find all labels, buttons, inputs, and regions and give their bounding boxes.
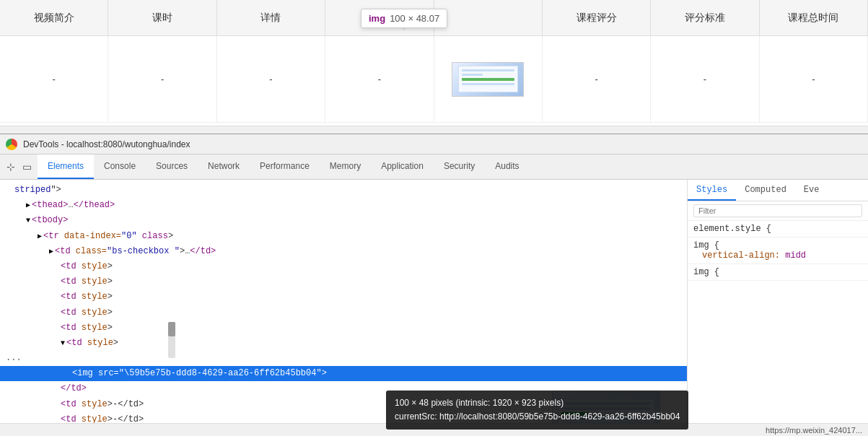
table-header: 视频简介 课时 详情 大纲 img 100 × 48.07 课程评分 评分标准 … bbox=[0, 0, 868, 36]
td6-end: > bbox=[113, 338, 118, 348]
cell-videointro: - bbox=[0, 36, 108, 122]
arrow-thead[interactable]: ▶ bbox=[26, 200, 30, 212]
devtools-titlebar: DevTools - localhost:8080/wutonghua/inde… bbox=[0, 134, 868, 154]
attr-td4-style: style bbox=[82, 308, 108, 318]
dom-line-img[interactable]: <img src="\59b5e75b-ddd8-4629-aa26-6ff62… bbox=[0, 366, 687, 381]
tab-styles[interactable]: Styles bbox=[688, 180, 736, 201]
tab-audits[interactable]: Audits bbox=[485, 154, 529, 179]
cell-lessons: - bbox=[108, 36, 216, 122]
tr-bracket: > bbox=[168, 231, 173, 241]
website-area: 视频简介 课时 详情 大纲 img 100 × 48.07 课程评分 评分标准 … bbox=[0, 0, 868, 126]
thumbnail-inner bbox=[458, 66, 518, 92]
tab-security[interactable]: Security bbox=[434, 154, 485, 179]
tab-icons-area: ⊹ ▭ bbox=[0, 154, 38, 179]
attr-data-index: data-index= bbox=[64, 231, 121, 241]
style-selector-img1: img { bbox=[693, 240, 862, 250]
dom-attr-striped: striped bbox=[14, 185, 51, 195]
tab-event-listeners[interactable]: Eve bbox=[795, 180, 828, 201]
thumb-line-2 bbox=[462, 74, 483, 76]
dom-line-tr[interactable]: ▶<tr data-index="0" class> bbox=[0, 229, 687, 244]
tag-thead-close: </thead> bbox=[74, 200, 115, 210]
arrow-tbody[interactable]: ▼ bbox=[26, 215, 30, 227]
tag-tbody: <tbody> bbox=[32, 215, 68, 225]
prop-name-valign: vertical-align: bbox=[702, 250, 780, 261]
arrow-td6[interactable]: ▼ bbox=[61, 338, 65, 349]
status-url: https://mp.weixin_424017... bbox=[766, 426, 862, 435]
tag-td5: <td bbox=[61, 323, 82, 333]
attr-td2-style: style bbox=[82, 276, 108, 287]
style-rule-img2: img { bbox=[688, 264, 868, 281]
table-row: - - - - - - - bbox=[0, 36, 868, 123]
dom-text-gt: "> bbox=[51, 185, 61, 195]
device-icon[interactable]: ▭ bbox=[20, 160, 33, 173]
col-header-schedule: img 100 × 48.07 bbox=[434, 0, 543, 35]
val-src: "\59b5e75b-ddd8-4629-aa26-6ff62b45bb04" bbox=[119, 368, 322, 378]
styles-filter-input[interactable] bbox=[693, 204, 862, 217]
tag-td-close: </td> bbox=[61, 383, 87, 393]
tab-console[interactable]: Console bbox=[94, 154, 146, 179]
tab-memory[interactable]: Memory bbox=[320, 154, 371, 179]
tab-elements[interactable]: Elements bbox=[38, 154, 94, 179]
tag-tr: <tr bbox=[43, 231, 64, 241]
attr-td5-style: style bbox=[82, 323, 108, 333]
dom-line-striped[interactable]: striped"> bbox=[0, 183, 687, 198]
styles-panel: Styles Computed Eve element.style { img … bbox=[688, 180, 868, 436]
dom-line-td3[interactable]: <td style> bbox=[0, 289, 687, 305]
arrow-td-checkbox[interactable]: ▶ bbox=[49, 246, 53, 258]
dom-line-td-checkbox[interactable]: ▶<td class="bs-checkbox ">…</td> bbox=[0, 244, 687, 259]
tab-sources[interactable]: Sources bbox=[146, 154, 198, 179]
img-end: > bbox=[322, 368, 327, 378]
tag-td-checkbox: <td bbox=[55, 246, 76, 256]
tag-td-checkbox-close: </td> bbox=[190, 246, 216, 256]
dom-dots-line: ... bbox=[0, 351, 687, 366]
td2-end: > bbox=[108, 276, 113, 287]
style-selector-element: element.style { bbox=[693, 224, 862, 234]
col-header-details: 详情 bbox=[217, 0, 325, 35]
dom-line-td4[interactable]: <td style> bbox=[0, 305, 687, 321]
td5-end: > bbox=[108, 323, 113, 333]
styles-tabs: Styles Computed Eve bbox=[688, 180, 868, 201]
scroll-thumb bbox=[168, 322, 175, 336]
tab-performance[interactable]: Performance bbox=[250, 154, 320, 179]
dom-line-td1[interactable]: <td style> bbox=[0, 259, 687, 274]
cell-rating: - bbox=[543, 36, 651, 122]
style-rule-element: element.style { bbox=[688, 221, 868, 237]
tooltip-line1: 100 × 48 pixels (intrinsic: 1920 × 923 p… bbox=[395, 396, 680, 410]
tooltip-dims: 100 × 48.07 bbox=[390, 13, 439, 24]
tag-img: <img bbox=[72, 368, 98, 378]
attr-td6-style: style bbox=[87, 338, 113, 348]
attr-td-dash1: style bbox=[82, 399, 108, 409]
styles-filter-area bbox=[688, 201, 868, 221]
tab-network[interactable]: Network bbox=[198, 154, 250, 179]
col-header-lessons: 课时 bbox=[108, 0, 216, 35]
cell-outline: - bbox=[325, 36, 434, 122]
td1-end: > bbox=[108, 261, 113, 271]
chrome-icon bbox=[6, 139, 17, 150]
dom-line-td2[interactable]: <td style> bbox=[0, 274, 687, 289]
devtools-content: striped"> ▶<thead>…</thead> ▼<tbody> ▶<t… bbox=[0, 180, 868, 436]
dom-line-tbody[interactable]: ▼<tbody> bbox=[0, 213, 687, 228]
tag-thead: <thead> bbox=[32, 200, 68, 210]
dom-line-td5[interactable]: <td style> bbox=[0, 321, 687, 336]
cell-schedule bbox=[434, 36, 543, 122]
thumbnail-image bbox=[452, 62, 524, 97]
style-prop-valign: vertical-align: midd bbox=[693, 250, 862, 261]
tag-tr-class: class bbox=[137, 231, 168, 241]
col-header-rating: 课程评分 bbox=[543, 0, 651, 35]
dom-line-td6[interactable]: ▼<td style> bbox=[0, 336, 687, 351]
td3-end: > bbox=[108, 292, 113, 302]
dom-line-thead[interactable]: ▶<thead>…</thead> bbox=[0, 198, 687, 213]
devtools-panel: DevTools - localhost:8080/wutonghua/inde… bbox=[0, 134, 868, 436]
cursor-icon[interactable]: ⊹ bbox=[4, 160, 17, 173]
thumb-line-4 bbox=[462, 83, 514, 85]
col-header-videointro: 视频简介 bbox=[0, 0, 108, 35]
attr-td1-style: style bbox=[82, 261, 108, 271]
arrow-tr[interactable]: ▶ bbox=[38, 231, 42, 243]
devtools-tabs: ⊹ ▭ Elements Console Sources Network Per… bbox=[0, 154, 868, 180]
tag-td-dash1: <td bbox=[61, 399, 82, 409]
scroll-indicator[interactable] bbox=[168, 322, 175, 358]
tooltip-line2: currentSrc: http://localhost:8080/59b5e7… bbox=[395, 410, 680, 424]
tab-application[interactable]: Application bbox=[371, 154, 434, 179]
img-tooltip: img 100 × 48.07 bbox=[361, 9, 447, 28]
tab-computed[interactable]: Computed bbox=[736, 180, 795, 201]
